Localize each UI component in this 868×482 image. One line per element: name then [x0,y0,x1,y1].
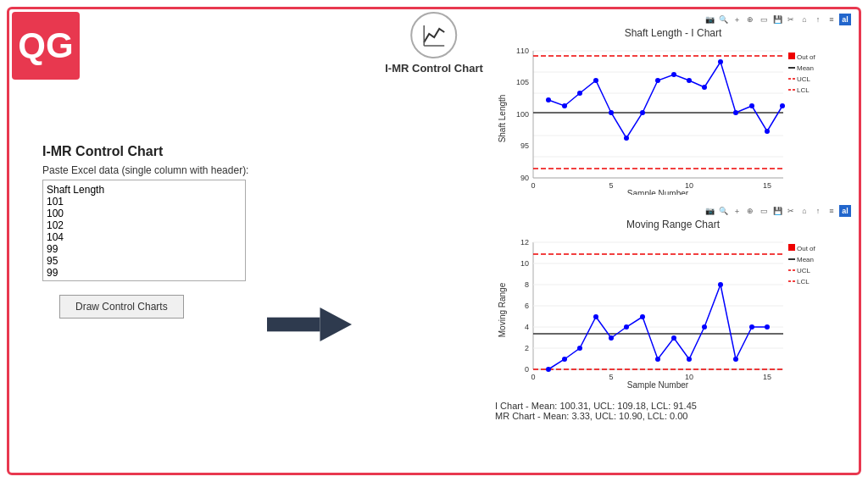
mrchart-point [687,357,692,362]
svg-text:10: 10 [520,259,529,268]
ichart-point [687,78,692,83]
logo: QG [12,12,80,80]
ichart-point [671,72,676,77]
svg-text:5: 5 [609,181,613,190]
ichart-line [548,62,782,138]
mr-rect-icon[interactable]: ▭ [758,205,770,217]
ichart-point [577,91,582,96]
arrow-up-icon[interactable]: ↑ [812,14,824,25]
mrchart-point [718,282,723,287]
ichart-point [624,136,629,141]
ichart-stats: I Chart - Mean: 100.31, UCL: 109.18, LCL… [495,401,851,411]
svg-marker-3 [320,307,353,341]
logo-text: QG [18,28,73,64]
svg-text:90: 90 [520,174,529,182]
mrchart-point [733,357,738,362]
svg-text:0: 0 [525,365,529,374]
svg-text:Mean: Mean [797,64,814,72]
home-icon[interactable]: ⌂ [798,14,810,25]
mrchart-point [609,335,614,341]
arrow-icon [267,303,352,346]
ichart-point [702,85,707,90]
mr-plus-icon[interactable]: ＋ [731,205,743,217]
mrchart-point [640,314,645,319]
mr-grid-icon[interactable]: al [839,205,851,217]
ichart-point [546,97,551,102]
svg-text:12: 12 [520,238,529,247]
svg-text:4: 4 [525,323,529,331]
paste-label: Paste Excel data (single column with hea… [42,164,331,176]
rect-icon[interactable]: ▭ [758,14,770,25]
ichart-point [609,110,614,115]
svg-text:LCL: LCL [797,86,810,94]
camera-icon[interactable]: 📷 [704,14,715,25]
data-input[interactable]: Shaft Length 101 100 102 104 99 95 99 [42,180,246,281]
ichart-toolbar: 📷 🔍 ＋ ⊕ ▭ 💾 ✂ ⌂ ↑ ≡ al [495,14,851,25]
mr-lines-icon[interactable]: ≡ [826,205,837,217]
mrchart-point [577,346,582,351]
ichart-point [640,110,645,115]
mrchart-point [562,357,567,362]
grid-icon[interactable]: al [839,14,851,25]
mrchart-svg: Moving Range 0 2 4 6 8 1 [495,234,817,391]
arrow-container [267,303,352,346]
right-panel: 📷 🔍 ＋ ⊕ ▭ 💾 ✂ ⌂ ↑ ≡ al Shaft Length - I … [495,14,851,421]
mrchart-area: Moving Range 0 2 4 6 8 1 [495,234,851,394]
stats-area: I Chart - Mean: 100.31, UCL: 109.18, LCL… [495,401,851,421]
mrchart-point [655,357,660,362]
ichart-point [780,103,785,108]
mrchart-point [749,324,754,330]
mr-crosshair-icon[interactable]: ⊕ [744,205,756,217]
left-chart-title: I-MR Control Chart [42,144,331,159]
ichart-svg: Shaft Length 110 105 100 [495,42,817,195]
ichart-point [593,78,598,83]
mrchart-point [593,314,598,319]
ichart-point [718,59,723,64]
mrchart-point [702,324,707,330]
svg-text:2: 2 [525,344,529,352]
mrchart-stats: MR Chart - Mean: 3.33, UCL: 10.90, LCL: … [495,411,851,421]
header-title: I-MR Control Chart [385,62,483,75]
mrchart-container: 📷 🔍 ＋ ⊕ ▭ 💾 ✂ ⌂ ↑ ≡ al Moving Range Char… [495,205,851,394]
ichart-point [733,110,738,115]
mrchart-point [546,367,551,372]
ichart-legend-outofcontrol [788,53,795,59]
mr-arrow-icon[interactable]: ↑ [812,205,824,217]
svg-text:LCL: LCL [797,278,810,285]
ichart-area: Shaft Length 110 105 100 [495,42,851,198]
draw-button[interactable]: Draw Control Charts [59,295,184,319]
mrchart-toolbar: 📷 🔍 ＋ ⊕ ▭ 💾 ✂ ⌂ ↑ ≡ al [495,205,851,217]
mr-cut-icon[interactable]: ✂ [785,205,797,217]
svg-text:0: 0 [531,373,535,381]
ichart-subtitle: Shaft Length - I Chart [495,27,851,39]
mrchart-legend-ooc [788,244,795,251]
ichart-point [765,129,770,134]
plus-icon[interactable]: ＋ [731,14,743,25]
svg-text:95: 95 [520,141,529,150]
svg-text:110: 110 [516,47,529,55]
svg-text:15: 15 [763,373,771,381]
svg-text:Out of control: Out of control [797,245,817,252]
svg-text:Mean: Mean [797,256,814,263]
svg-text:UCL: UCL [797,75,811,83]
ichart-point [749,103,754,108]
mrchart-subtitle: Moving Range Chart [495,219,851,230]
svg-text:8: 8 [525,280,529,289]
mr-save-icon[interactable]: 💾 [771,205,783,217]
save-icon[interactable]: 💾 [771,14,783,25]
mr-home-icon[interactable]: ⌂ [798,205,810,217]
mr-zoom-icon[interactable]: 🔍 [717,205,729,217]
svg-text:100: 100 [516,110,529,119]
ichart-xlabel: Sample Number [627,189,689,195]
mr-camera-icon[interactable]: 📷 [704,205,715,217]
crosshair-icon[interactable]: ⊕ [744,14,756,25]
cut-icon[interactable]: ✂ [785,14,797,25]
header-center: I-MR Control Chart [385,12,483,75]
zoom-icon[interactable]: 🔍 [717,14,729,25]
svg-text:105: 105 [516,78,529,86]
header-icon [410,12,457,58]
mrchart-point [671,335,676,341]
mrchart-point [765,324,770,330]
lines-icon[interactable]: ≡ [826,14,837,25]
svg-text:5: 5 [609,373,613,381]
